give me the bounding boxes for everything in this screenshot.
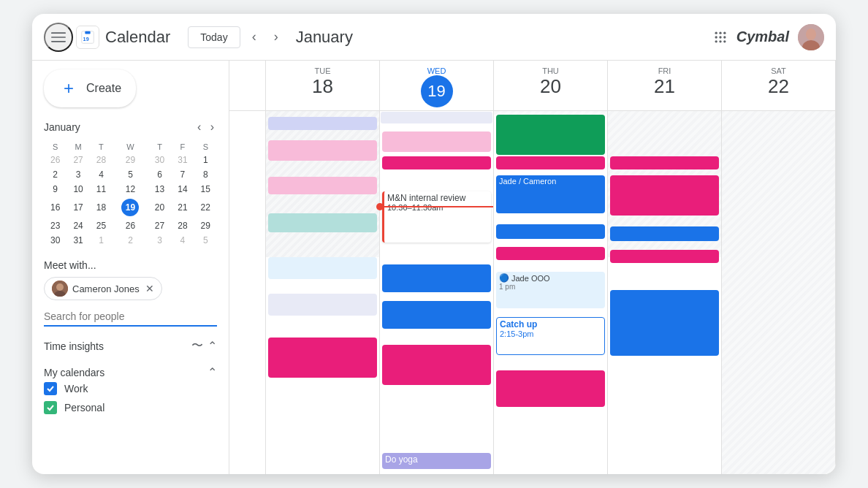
- cal-day[interactable]: 4: [90, 167, 113, 182]
- personal-checkbox[interactable]: [44, 401, 57, 414]
- cal-day[interactable]: 11: [90, 182, 113, 197]
- person-chip-close[interactable]: ✕: [145, 283, 154, 294]
- cal-day[interactable]: 2: [44, 167, 66, 182]
- event-tue-7[interactable]: [268, 338, 377, 378]
- cal-day[interactable]: 31: [66, 233, 89, 248]
- cal-day[interactable]: 28: [90, 153, 113, 167]
- cal-day[interactable]: 29: [194, 218, 217, 233]
- calendar-item-work[interactable]: Work: [44, 379, 217, 398]
- event-do-yoga[interactable]: Do yoga: [382, 453, 491, 469]
- cal-day[interactable]: 14: [171, 182, 194, 197]
- cal-day[interactable]: 23: [44, 218, 66, 233]
- top-nav: 19 Calendar Today ‹ › January Cymbal: [32, 14, 836, 61]
- event-fri-blue1[interactable]: [610, 226, 719, 241]
- svg-point-16: [806, 28, 816, 40]
- work-checkbox[interactable]: [44, 382, 57, 395]
- cal-day[interactable]: 21: [171, 197, 194, 218]
- cal-day[interactable]: 26: [44, 153, 66, 167]
- cal-day[interactable]: 24: [66, 218, 89, 233]
- cal-day[interactable]: 10: [66, 182, 89, 197]
- my-calendars-title: My calendars: [44, 367, 104, 378]
- mini-cal-month: January: [44, 121, 80, 133]
- event-tue-1[interactable]: [268, 117, 377, 130]
- day-header-wed: WED 19: [380, 61, 494, 110]
- event-tue-6[interactable]: [268, 294, 377, 316]
- cal-day[interactable]: 27: [148, 218, 171, 233]
- weekday-f: F: [171, 141, 194, 153]
- prev-button[interactable]: ‹: [246, 26, 262, 47]
- event-wed-1[interactable]: [382, 131, 491, 152]
- cal-day[interactable]: 8: [194, 167, 217, 182]
- cal-day[interactable]: 18: [90, 197, 113, 218]
- event-fri-red3[interactable]: [610, 250, 719, 263]
- today-button[interactable]: Today: [188, 26, 240, 48]
- event-wed-4[interactable]: [382, 301, 491, 329]
- cal-day[interactable]: 6: [148, 167, 171, 182]
- person-chip-avatar: [52, 281, 68, 297]
- event-thu-blue2[interactable]: [496, 224, 605, 239]
- create-button[interactable]: + Create: [44, 69, 136, 107]
- event-thu-green[interactable]: [496, 115, 605, 155]
- next-button[interactable]: ›: [268, 26, 284, 47]
- calendar-item-personal[interactable]: Personal: [44, 398, 217, 417]
- cal-day[interactable]: 22: [194, 197, 217, 218]
- event-wed-5[interactable]: [382, 345, 491, 385]
- event-fri-red2[interactable]: [610, 175, 719, 216]
- mini-cal-next[interactable]: ›: [208, 119, 217, 135]
- event-tue-2[interactable]: [268, 140, 377, 161]
- cal-day[interactable]: 4: [171, 233, 194, 248]
- brand-logo: Cymbal: [736, 28, 789, 45]
- cal-day[interactable]: 29: [113, 153, 148, 167]
- event-wed-3[interactable]: [382, 264, 491, 292]
- event-jade-ooo[interactable]: 🔵 Jade OOO 1 pm: [496, 272, 605, 308]
- person-chip-name: Cameron Jones: [72, 283, 140, 294]
- cal-day[interactable]: 2: [113, 233, 148, 248]
- cal-day[interactable]: 30: [148, 153, 171, 167]
- cal-day[interactable]: 9: [44, 182, 66, 197]
- cal-day[interactable]: 7: [171, 167, 194, 182]
- cal-day[interactable]: 27: [66, 153, 89, 167]
- day-col-fri: [608, 111, 722, 474]
- cal-day[interactable]: 12: [113, 182, 148, 197]
- cal-day[interactable]: 28: [171, 218, 194, 233]
- time-insights-chart-icon[interactable]: 〜: [191, 338, 203, 354]
- event-tue-5[interactable]: [268, 257, 377, 279]
- cal-day[interactable]: 20: [148, 197, 171, 218]
- svg-point-14: [723, 40, 726, 42]
- cal-day[interactable]: 31: [171, 153, 194, 167]
- mnr-title: M&N internal review: [387, 193, 488, 203]
- event-fri-red1[interactable]: [610, 156, 719, 169]
- create-label: Create: [86, 82, 121, 95]
- event-thu-red1[interactable]: [496, 156, 605, 169]
- event-mnr[interactable]: M&N internal review 10:30–11:30am: [382, 191, 491, 243]
- cal-day[interactable]: 19: [113, 197, 148, 218]
- event-thu-red3[interactable]: [496, 370, 605, 407]
- my-calendars-collapse-icon[interactable]: ⌃: [208, 365, 217, 379]
- user-avatar[interactable]: [798, 24, 824, 50]
- event-thu-jade-cameron[interactable]: Jade / Cameron: [496, 175, 605, 213]
- cal-day[interactable]: 26: [113, 218, 148, 233]
- cal-day[interactable]: 16: [44, 197, 66, 218]
- cal-day[interactable]: 13: [148, 182, 171, 197]
- cal-day[interactable]: 30: [44, 233, 66, 248]
- cal-day[interactable]: 1: [194, 153, 217, 167]
- event-tue-3[interactable]: [268, 177, 377, 194]
- menu-icon[interactable]: [44, 23, 73, 52]
- cal-day[interactable]: 5: [194, 233, 217, 248]
- mini-cal-prev[interactable]: ‹: [194, 119, 204, 135]
- apps-icon[interactable]: [713, 30, 728, 45]
- search-people-input[interactable]: [44, 308, 217, 327]
- event-tue-4[interactable]: [268, 213, 377, 232]
- cal-day[interactable]: 17: [66, 197, 89, 218]
- time-insights-expand-icon[interactable]: ⌃: [208, 339, 217, 353]
- event-thu-red2[interactable]: [496, 247, 605, 260]
- event-fri-blue2[interactable]: [610, 290, 719, 356]
- cal-day[interactable]: 3: [148, 233, 171, 248]
- cal-day[interactable]: 15: [194, 182, 217, 197]
- cal-day[interactable]: 3: [66, 167, 89, 182]
- cal-day[interactable]: 1: [90, 233, 113, 248]
- cal-day[interactable]: 5: [113, 167, 148, 182]
- event-catchup[interactable]: Catch up 2:15-3pm: [496, 317, 605, 355]
- cal-day[interactable]: 25: [90, 218, 113, 233]
- event-wed-2[interactable]: [382, 156, 491, 169]
